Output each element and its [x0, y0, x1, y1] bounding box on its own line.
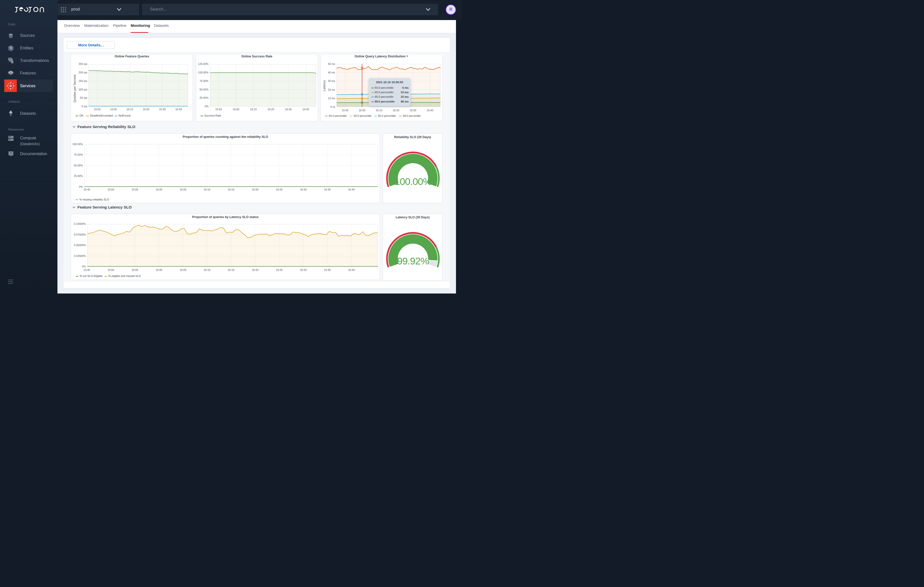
svg-text:?: ? — [10, 152, 12, 155]
